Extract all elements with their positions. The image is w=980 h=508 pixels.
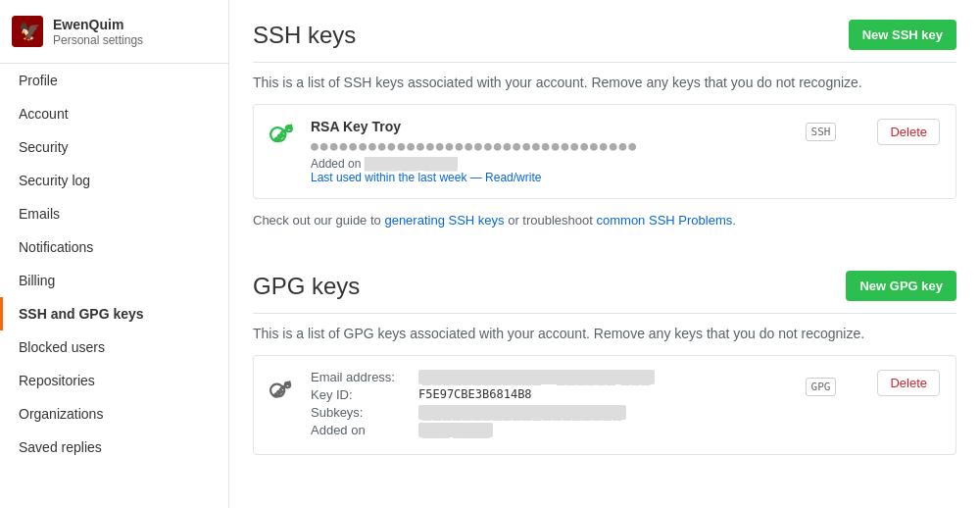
ssh-key-actions: Delete: [877, 119, 940, 145]
sidebar-link-blocked[interactable]: Blocked users: [0, 330, 228, 364]
ssh-delete-button[interactable]: Delete: [877, 119, 940, 145]
section-divider: [253, 247, 956, 271]
new-gpg-key-button[interactable]: New GPG key: [846, 271, 956, 301]
sidebar-link-billing[interactable]: Billing: [0, 264, 228, 297]
username: EwenQuim: [53, 16, 143, 33]
sidebar-item-security-log[interactable]: Security log: [0, 164, 228, 197]
sidebar-item-billing[interactable]: Billing: [0, 264, 228, 297]
sidebar-item-notifications[interactable]: Notifications: [0, 230, 228, 264]
gpg-delete-button[interactable]: Delete: [877, 370, 940, 396]
sidebar-link-saved-replies[interactable]: Saved replies: [0, 431, 228, 464]
sidebar-item-organizations[interactable]: Organizations: [0, 397, 228, 431]
sidebar-link-notifications[interactable]: Notifications: [0, 230, 228, 264]
gpg-added-row: Added on ███ ████: [311, 423, 806, 437]
sidebar-item-security[interactable]: Security: [0, 130, 228, 164]
gpg-key-card: Email address: ████████████@██████.███ K…: [253, 355, 956, 455]
ssh-section-header: SSH keys New SSH key: [253, 20, 956, 63]
gpg-added-label: Added on: [311, 423, 418, 437]
gpg-email-row: Email address: ████████████@██████.███: [311, 370, 806, 384]
gpg-keyid-row: Key ID: F5E97CBE3B6814B8: [311, 387, 806, 402]
ssh-key-meta: Added on ████ ██, ████: [311, 157, 806, 171]
sidebar-item-emails[interactable]: Emails: [0, 197, 228, 230]
gpg-subkeys-row: Subkeys: ████████████████████: [311, 405, 806, 420]
new-ssh-key-button[interactable]: New SSH key: [849, 20, 956, 50]
ssh-help-text: Check out our guide to generating SSH ke…: [253, 213, 956, 228]
user-info: EwenQuim Personal settings: [53, 16, 143, 47]
ssh-badge: SSH: [806, 123, 837, 141]
sidebar: 🦅 EwenQuim Personal settings Profile Acc…: [0, 0, 229, 508]
sidebar-navigation: Profile Account Security Security log Em…: [0, 64, 228, 464]
sidebar-link-ssh-gpg[interactable]: SSH and GPG keys: [0, 297, 228, 330]
sidebar-item-ssh-gpg[interactable]: SSH and GPG keys: [0, 297, 228, 330]
sidebar-link-organizations[interactable]: Organizations: [0, 397, 228, 431]
sidebar-item-account[interactable]: Account: [0, 97, 228, 130]
ssh-key-icon: [270, 121, 297, 151]
user-subtitle: Personal settings: [53, 33, 143, 47]
generating-ssh-keys-link[interactable]: generating SSH keys: [384, 213, 504, 228]
user-profile-header: 🦅 EwenQuim Personal settings: [0, 0, 228, 64]
gpg-key-icon: [270, 378, 295, 406]
gpg-subkeys-label: Subkeys:: [311, 405, 418, 420]
gpg-description: This is a list of GPG keys associated wi…: [253, 326, 956, 341]
gpg-added-value: ███ ████: [418, 423, 493, 437]
ssh-description: This is a list of SSH keys associated wi…: [253, 75, 956, 90]
gpg-key-actions: Delete: [877, 370, 940, 396]
sidebar-item-blocked[interactable]: Blocked users: [0, 330, 228, 364]
sidebar-link-emails[interactable]: Emails: [0, 197, 228, 230]
ssh-key-name: RSA Key Troy: [311, 119, 806, 134]
gpg-keyid-label: Key ID:: [311, 387, 418, 402]
gpg-email-value: ████████████@██████.███: [418, 370, 655, 384]
ssh-key-last-used: Last used within the last week — Read/wr…: [311, 171, 806, 184]
sidebar-item-profile[interactable]: Profile: [0, 64, 228, 97]
sidebar-item-saved-replies[interactable]: Saved replies: [0, 431, 228, 464]
ssh-section-title: SSH keys: [253, 22, 356, 49]
gpg-section-header: GPG keys New GPG key: [253, 271, 956, 314]
sidebar-link-security[interactable]: Security: [0, 130, 228, 164]
ssh-key-added: Added on ████ ██, ████: [311, 157, 458, 171]
sidebar-link-account[interactable]: Account: [0, 97, 228, 130]
gpg-subkeys-value: ████████████████████: [418, 405, 626, 420]
common-ssh-problems-link[interactable]: common SSH Problems: [597, 213, 733, 228]
gpg-key-info: Email address: ████████████@██████.███ K…: [311, 370, 806, 440]
svg-text:🦅: 🦅: [19, 21, 41, 42]
ssh-key-fingerprint: ●●●●●●●●●●●●●●●●●●●●●●●●●●●●●●●●●●: [311, 138, 806, 153]
sidebar-item-repositories[interactable]: Repositories: [0, 364, 228, 397]
gpg-keyid-value: F5E97CBE3B6814B8: [418, 387, 532, 402]
gpg-badge: GPG: [806, 378, 837, 396]
sidebar-link-repositories[interactable]: Repositories: [0, 364, 228, 397]
gpg-email-label: Email address:: [311, 370, 418, 384]
ssh-key-card: RSA Key Troy ●●●●●●●●●●●●●●●●●●●●●●●●●●●…: [253, 104, 956, 199]
ssh-key-info: RSA Key Troy ●●●●●●●●●●●●●●●●●●●●●●●●●●●…: [311, 119, 806, 184]
sidebar-link-profile[interactable]: Profile: [0, 64, 228, 97]
sidebar-link-security-log[interactable]: Security log: [0, 164, 228, 197]
main-content: SSH keys New SSH key This is a list of S…: [229, 0, 980, 508]
avatar: 🦅: [12, 16, 43, 47]
gpg-section-title: GPG keys: [253, 273, 360, 300]
